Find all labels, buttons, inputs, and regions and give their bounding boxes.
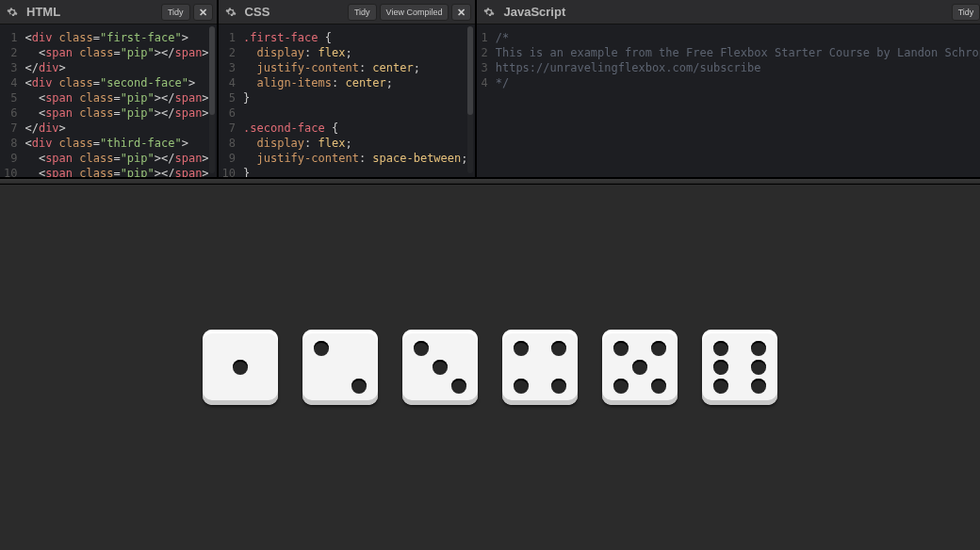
pip [651,341,666,356]
die-face-4 [502,330,578,405]
pip [632,360,647,375]
die-face-5 [602,330,678,405]
line-number: 3 [4,60,17,75]
code-line[interactable]: } [243,166,467,177]
js-editor[interactable]: 1234 /*This is an example from the Free … [477,24,980,177]
code-area[interactable]: <div class="first-face"> <span class="pi… [23,24,216,177]
code-line[interactable]: <div class="second-face"> [24,75,208,90]
code-line[interactable]: <span class="pip"></span> [24,90,208,105]
view-compiled-button[interactable]: View Compiled [380,4,449,21]
tidy-button[interactable]: Tidy [348,4,377,21]
scrollbar[interactable] [209,26,215,173]
line-number: 7 [4,121,17,136]
pip [414,341,429,356]
line-number: 2 [222,45,236,60]
output-pane [0,185,980,550]
pip [613,379,629,394]
scrollbar[interactable] [467,26,473,173]
code-area[interactable]: /*This is an example from the Free Flexb… [494,24,980,177]
pip [514,379,529,394]
gear-icon[interactable] [481,4,498,21]
code-line[interactable] [243,105,467,121]
code-area[interactable]: .first-face { display: flex; justify-con… [241,24,475,177]
code-line[interactable]: </div> [24,121,208,136]
die-face-1 [203,330,278,405]
line-number: 6 [222,105,236,121]
line-number: 10 [222,166,236,177]
tidy-button[interactable]: Tidy [952,4,980,21]
pip [613,341,629,356]
line-number: 8 [4,136,17,151]
js-pane: JavaScript Tidy ✕ 1234 /*This is an exam… [477,0,980,177]
pip [713,341,728,356]
line-number: 9 [222,151,236,166]
code-line[interactable]: <div class="first-face"> [24,30,208,45]
tidy-button[interactable]: Tidy [161,4,190,21]
code-line[interactable]: </div> [24,60,208,75]
gear-icon[interactable] [222,4,239,21]
editor-row: HTML Tidy ✕ 12345678910 <div class="firs… [0,0,980,179]
line-number: 4 [4,75,17,90]
gear-icon[interactable] [4,4,21,21]
code-line[interactable]: } [243,90,467,105]
css-editor[interactable]: 12345678910 .first-face { display: flex;… [219,24,476,177]
code-line[interactable]: /* [496,30,980,45]
line-number: 4 [481,75,487,90]
code-line[interactable]: .first-face { [243,30,467,45]
line-number: 9 [4,151,17,166]
pip [713,379,728,394]
code-line[interactable]: align-items: center; [243,75,467,90]
code-line[interactable]: */ [496,75,980,90]
code-line[interactable]: justify-content: center; [243,60,467,75]
code-line[interactable]: https://unravelingflexbox.com/subscribe [496,60,980,75]
pip [751,379,766,394]
code-line[interactable]: .second-face { [243,121,467,136]
pip [551,341,566,356]
pip [314,341,329,356]
line-number: 7 [222,121,236,136]
line-number: 3 [481,60,487,75]
line-gutter: 1234 [477,24,493,177]
code-line[interactable]: <span class="pip"></span> [24,151,208,166]
code-line[interactable]: justify-content: space-between; [243,151,467,166]
line-number: 5 [222,90,236,105]
html-pane: HTML Tidy ✕ 12345678910 <div class="firs… [0,0,219,177]
line-gutter: 12345678910 [219,24,241,177]
pip [551,379,566,394]
line-number: 6 [4,105,17,121]
line-gutter: 12345678910 [0,24,23,177]
code-line[interactable]: <div class="third-face"> [24,136,208,151]
css-pane: CSS Tidy View Compiled ✕ 12345678910 .fi… [219,0,478,177]
line-number: 10 [4,166,17,177]
die-face-6 [702,330,777,405]
close-icon[interactable]: ✕ [451,4,471,21]
pip [451,379,466,394]
line-number: 4 [222,75,236,90]
line-number: 2 [4,45,17,60]
html-editor[interactable]: 12345678910 <div class="first-face"> <sp… [0,24,217,177]
pip [233,360,248,375]
code-line[interactable]: <span class="pip"></span> [24,45,208,60]
pane-title: HTML [26,5,155,19]
line-number: 1 [4,30,17,45]
code-line[interactable]: display: flex; [243,136,467,151]
code-line[interactable]: display: flex; [243,45,467,60]
css-pane-header: CSS Tidy View Compiled ✕ [219,0,476,24]
line-number: 1 [481,30,487,45]
pip [651,379,666,394]
line-number: 2 [481,45,487,60]
js-pane-header: JavaScript Tidy ✕ [477,0,980,24]
die-face-3 [402,330,478,405]
pane-title: JavaScript [503,5,945,19]
pip [751,360,766,375]
html-pane-header: HTML Tidy ✕ [0,0,217,24]
close-icon[interactable]: ✕ [193,4,213,21]
code-line[interactable]: This is an example from the Free Flexbox… [496,45,980,60]
pane-title: CSS [245,5,342,19]
line-number: 3 [222,60,236,75]
code-line[interactable]: <span class="pip"></span> [24,105,208,121]
line-number: 5 [4,90,17,105]
line-number: 8 [222,136,236,151]
code-line[interactable]: <span class="pip"></span> [24,166,208,177]
die-face-2 [302,330,378,405]
